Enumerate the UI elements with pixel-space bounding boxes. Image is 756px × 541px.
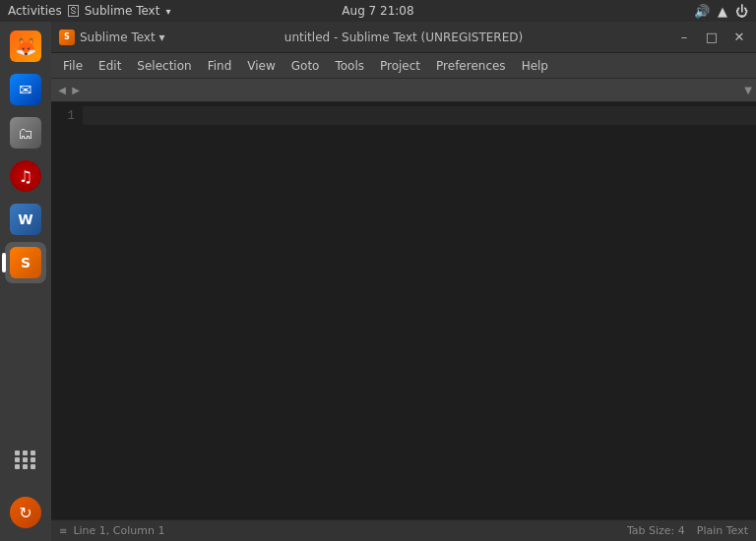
syntax-label[interactable]: Plain Text [697, 524, 748, 537]
title-bar: S Sublime Text ▾ untitled - Sublime Text… [51, 22, 756, 53]
menu-view[interactable]: View [239, 57, 283, 75]
tab-size[interactable]: Tab Size: 4 [627, 524, 685, 537]
menu-edit[interactable]: Edit [91, 57, 129, 75]
cursor-position: Line 1, Column 1 [73, 524, 164, 537]
tab-nav-right[interactable]: ▶ [69, 83, 83, 98]
app-window-label[interactable]: Sublime Text ▾ [80, 30, 165, 44]
activities-button[interactable]: Activities [8, 4, 62, 18]
app-icon: 🅂 [68, 5, 79, 18]
writer-icon: W [10, 204, 41, 235]
system-bar: Activities 🅂 Sublime Text ▾ Aug 7 21:08 … [0, 0, 756, 22]
dock-item-updater[interactable]: ↻ [5, 492, 46, 533]
app-name-label[interactable]: Sublime Text [85, 4, 160, 18]
status-right: Tab Size: 4 Plain Text [627, 524, 748, 537]
thunderbird-icon: ✉ [10, 74, 41, 105]
dock-item-files[interactable]: 🗂 [5, 112, 46, 153]
dock-item-apps-grid[interactable] [5, 439, 46, 480]
editor-area[interactable]: 1 [51, 102, 756, 519]
line-number-1: 1 [51, 106, 75, 126]
menu-bar: File Edit Selection Find View Goto Tools… [51, 53, 756, 79]
title-bar-app: S Sublime Text ▾ [59, 30, 165, 45]
dock-item-rhythmbox[interactable]: ♫ [5, 155, 46, 197]
dock-item-sublime[interactable]: S [5, 242, 46, 283]
main-layout: 🦊 ✉ 🗂 ♫ W S [0, 22, 756, 541]
firefox-icon: 🦊 [10, 30, 41, 62]
menu-preferences[interactable]: Preferences [428, 57, 514, 75]
menu-goto[interactable]: Goto [284, 57, 328, 75]
menu-tools[interactable]: Tools [327, 57, 372, 75]
dock: 🦊 ✉ 🗂 ♫ W S [0, 22, 51, 541]
dock-item-thunderbird[interactable]: ✉ [5, 69, 46, 110]
apps-grid-icon [15, 451, 36, 469]
updates-icon: ↻ [10, 497, 41, 528]
system-bar-right: 🔊 ▲ ⏻ [694, 4, 748, 19]
system-bar-left: Activities 🅂 Sublime Text ▾ [8, 4, 170, 18]
status-bar: ≡ Line 1, Column 1 Tab Size: 4 Plain Tex… [51, 519, 756, 541]
files-icon: 🗂 [10, 117, 41, 149]
sublime-window: S Sublime Text ▾ untitled - Sublime Text… [51, 22, 756, 541]
dock-item-writer[interactable]: W [5, 199, 46, 240]
status-menu-icon[interactable]: ≡ [59, 525, 67, 536]
sublime-icon: S [10, 247, 41, 278]
tab-bar: ◀ ▶ ▼ [51, 79, 756, 102]
window-controls: – □ ✕ [671, 27, 752, 48]
power-icon[interactable]: ⏻ [735, 4, 748, 19]
app-window-icon: S [59, 30, 75, 45]
menu-selection[interactable]: Selection [129, 57, 199, 75]
menu-help[interactable]: Help [514, 57, 556, 75]
cursor-line [83, 106, 756, 125]
close-button[interactable]: ✕ [726, 27, 752, 48]
dock-item-firefox[interactable]: 🦊 [5, 26, 46, 67]
menu-project[interactable]: Project [372, 57, 428, 75]
system-datetime: Aug 7 21:08 [342, 4, 413, 18]
menu-file[interactable]: File [55, 57, 91, 75]
line-numbers: 1 [51, 102, 83, 519]
minimize-button[interactable]: – [671, 27, 697, 48]
maximize-button[interactable]: □ [699, 27, 724, 48]
status-left: ≡ Line 1, Column 1 [59, 524, 164, 537]
rhythmbox-icon: ♫ [10, 160, 41, 192]
editor-content[interactable] [83, 102, 756, 519]
menu-find[interactable]: Find [200, 57, 240, 75]
network-icon[interactable]: ▲ [718, 4, 727, 19]
tab-dropdown-btn[interactable]: ▼ [744, 85, 752, 95]
active-indicator [2, 253, 6, 272]
window-title: untitled - Sublime Text (UNREGISTERED) [284, 30, 523, 44]
tab-nav-left[interactable]: ◀ [55, 83, 69, 98]
volume-icon[interactable]: 🔊 [694, 4, 710, 19]
app-menu-arrow[interactable]: ▾ [165, 6, 170, 17]
